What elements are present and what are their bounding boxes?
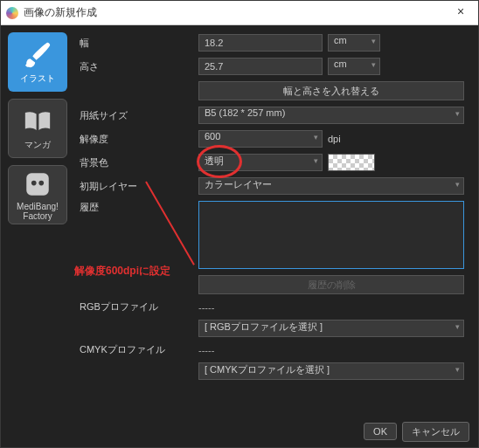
layer-label: 初期レイヤー	[80, 180, 193, 193]
bg-select[interactable]: 透明	[198, 154, 323, 171]
tab-factory-label: MediBang! Factory	[17, 202, 59, 221]
papersize-label: 用紙サイズ	[80, 109, 193, 122]
sidebar: イラスト マンガ MediBang! Factory	[1, 25, 74, 416]
cancel-button[interactable]: キャンセル	[402, 422, 469, 442]
footer: OK キャンセル	[1, 416, 478, 447]
history-listbox[interactable]	[198, 201, 464, 269]
history-delete-button[interactable]: 履歴の削除	[198, 275, 464, 294]
ok-button[interactable]: OK	[364, 423, 397, 440]
form-content: 幅 cm 高さ cm 幅と高さを入れ替える 用紙サイズ B5 (182 * 25…	[74, 25, 478, 416]
dpi-unit: dpi	[328, 134, 341, 144]
width-unit-select[interactable]: cm	[328, 34, 380, 52]
height-label: 高さ	[80, 60, 193, 73]
tab-manga-label: マンガ	[24, 139, 51, 151]
height-unit-select[interactable]: cm	[328, 58, 380, 75]
brush-icon	[23, 40, 52, 70]
rgb-profile-select[interactable]: [ RGBプロファイルを選択 ]	[198, 320, 464, 337]
width-label: 幅	[80, 37, 193, 50]
tab-illust-label: イラスト	[20, 72, 55, 85]
rgb-value: -----	[198, 302, 464, 313]
bg-label: 背景色	[80, 156, 193, 169]
factory-icon	[23, 169, 52, 199]
cmyk-label: CMYKプロファイル	[80, 343, 193, 356]
bg-swatch	[328, 154, 375, 171]
app-icon	[6, 7, 18, 19]
dialog-title: 画像の新規作成	[24, 5, 448, 20]
width-input[interactable]	[198, 34, 323, 52]
tab-factory[interactable]: MediBang! Factory	[8, 165, 67, 224]
svg-rect-0	[26, 173, 49, 196]
cmyk-profile-select[interactable]: [ CMYKプロファイルを選択 ]	[198, 362, 464, 380]
papersize-select[interactable]: B5 (182 * 257 mm)	[198, 107, 464, 124]
cmyk-value: -----	[198, 345, 464, 355]
dialog-body: イラスト マンガ MediBang! Factory 幅 cm 高さ cm	[1, 25, 478, 416]
dialog-window: 画像の新規作成 × イラスト マンガ MediBang! Factory 幅 c…	[0, 0, 479, 448]
svg-point-2	[38, 180, 44, 185]
titlebar: 画像の新規作成 ×	[1, 1, 478, 25]
dpi-label: 解像度	[80, 133, 193, 146]
tab-manga[interactable]: マンガ	[8, 99, 67, 158]
dpi-input[interactable]: 600	[198, 130, 323, 148]
swap-wh-button[interactable]: 幅と高さを入れ替える	[198, 81, 464, 100]
rgb-label: RGBプロファイル	[80, 300, 193, 314]
tab-illust[interactable]: イラスト	[8, 32, 67, 92]
layer-select[interactable]: カラーレイヤー	[198, 177, 464, 195]
history-label: 履歴	[80, 201, 193, 214]
height-input[interactable]	[198, 58, 323, 75]
book-icon	[23, 107, 52, 136]
close-icon[interactable]: ×	[448, 4, 473, 22]
svg-point-1	[31, 180, 37, 185]
